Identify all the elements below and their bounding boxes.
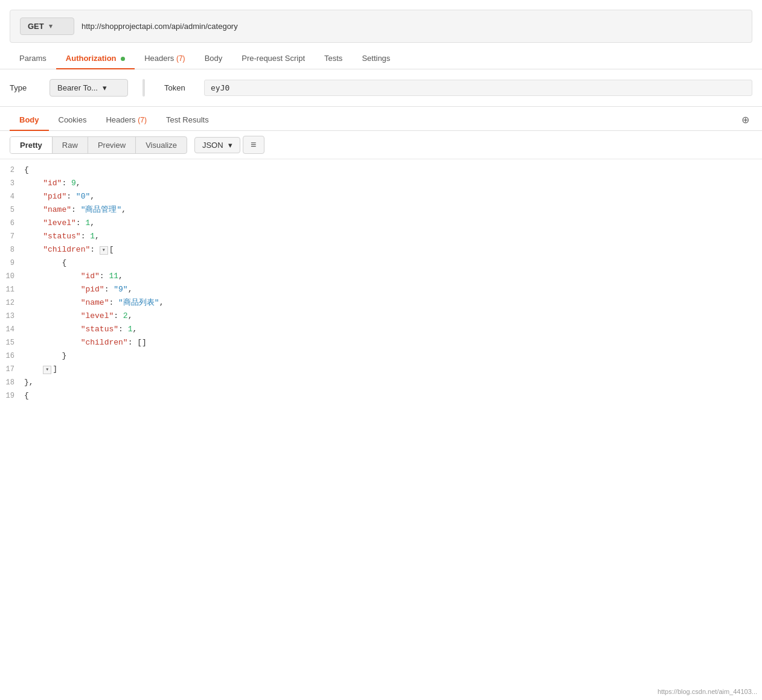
line-num-11: 11 bbox=[0, 284, 24, 296]
line-num-19: 19 bbox=[0, 390, 24, 402]
line-num-8: 8 bbox=[0, 244, 24, 256]
code-line-9: 9 { bbox=[0, 257, 762, 270]
code-line-16: 16 } bbox=[0, 350, 762, 363]
code-line-18: 18 }, bbox=[0, 377, 762, 390]
code-line-10: 10 "id": 11, bbox=[0, 270, 762, 284]
line-num-7: 7 bbox=[0, 231, 24, 243]
token-input[interactable] bbox=[204, 80, 752, 96]
code-line-4: 4 "pid": "0", bbox=[0, 191, 762, 204]
auth-divider bbox=[142, 79, 145, 97]
method-selector[interactable]: GET ▾ bbox=[20, 18, 74, 35]
code-line-6: 6 "level": 1, bbox=[0, 217, 762, 231]
auth-type-label: Type bbox=[10, 83, 40, 92]
code-line-3: 3 "id": 9, bbox=[0, 177, 762, 191]
line-num-10: 10 bbox=[0, 270, 24, 282]
code-line-12: 12 "name": "商品列表", bbox=[0, 297, 762, 310]
token-label: Token bbox=[164, 83, 194, 92]
collapse-end[interactable]: ▾ bbox=[43, 366, 51, 374]
format-toolbar: Pretty Raw Preview Visualize JSON ▾ ≡ bbox=[0, 131, 762, 159]
line-num-13: 13 bbox=[0, 310, 24, 322]
tab-prerequest[interactable]: Pre-request Script bbox=[232, 48, 315, 69]
line-num-15: 15 bbox=[0, 337, 24, 349]
format-btn-pretty[interactable]: Pretty bbox=[10, 137, 52, 153]
response-tab-right: ⊕ bbox=[738, 113, 752, 127]
format-btn-raw[interactable]: Raw bbox=[53, 137, 88, 153]
response-tab-body[interactable]: Body bbox=[10, 109, 49, 130]
tab-body[interactable]: Body bbox=[195, 48, 232, 69]
tab-params[interactable]: Params bbox=[10, 48, 56, 69]
line-num-14: 14 bbox=[0, 323, 24, 336]
bearer-token-selector[interactable]: Bearer To... ▾ bbox=[50, 79, 128, 97]
url-input[interactable] bbox=[74, 18, 742, 34]
line-num-4: 4 bbox=[0, 191, 24, 203]
method-chevron: ▾ bbox=[49, 22, 53, 30]
tab-headers[interactable]: Headers (7) bbox=[135, 48, 194, 69]
response-tab-headers[interactable]: Headers (7) bbox=[96, 109, 156, 130]
bearer-token-label: Bearer To... bbox=[57, 83, 98, 92]
code-line-15: 15 "children": [] bbox=[0, 337, 762, 350]
filter-button[interactable]: ≡ bbox=[243, 136, 264, 154]
code-line-2: 2 { bbox=[0, 164, 762, 177]
response-tab-cookies[interactable]: Cookies bbox=[49, 109, 97, 130]
method-label: GET bbox=[28, 22, 44, 31]
globe-icon: ⊕ bbox=[738, 113, 752, 127]
format-btn-group: Pretty Raw Preview Visualize bbox=[10, 136, 187, 154]
code-line-13: 13 "level": 2, bbox=[0, 310, 762, 323]
tab-authorization[interactable]: Authorization bbox=[56, 48, 135, 69]
code-view: 2 { 3 "id": 9, 4 "pid": "0", 5 "name": "… bbox=[0, 159, 762, 408]
line-num-18: 18 bbox=[0, 377, 24, 389]
collapse-children[interactable]: ▾ bbox=[100, 246, 108, 255]
code-line-5: 5 "name": "商品管理", bbox=[0, 204, 762, 217]
response-tab-test-results[interactable]: Test Results bbox=[156, 109, 219, 130]
line-num-3: 3 bbox=[0, 177, 24, 189]
json-format-label: JSON bbox=[202, 141, 223, 150]
code-line-17: 17 ▾] bbox=[0, 363, 762, 377]
line-num-2: 2 bbox=[0, 164, 24, 176]
line-num-12: 12 bbox=[0, 297, 24, 309]
json-format-chevron: ▾ bbox=[228, 141, 232, 150]
tab-tests[interactable]: Tests bbox=[315, 48, 352, 69]
response-tabs: Body Cookies Headers (7) Test Results ⊕ bbox=[0, 109, 762, 131]
code-line-7: 7 "status": 1, bbox=[0, 231, 762, 244]
format-btn-visualize[interactable]: Visualize bbox=[136, 137, 187, 153]
json-format-selector[interactable]: JSON ▾ bbox=[194, 137, 240, 153]
line-num-6: 6 bbox=[0, 217, 24, 229]
code-line-8: 8 "children": ▾[ bbox=[0, 244, 762, 257]
url-bar: GET ▾ bbox=[10, 10, 752, 43]
code-line-19: 19 { bbox=[0, 390, 762, 403]
line-num-16: 16 bbox=[0, 350, 24, 362]
tab-settings[interactable]: Settings bbox=[352, 48, 400, 69]
auth-section: Type Bearer To... ▾ Token bbox=[0, 69, 762, 107]
authorization-dot bbox=[121, 57, 125, 61]
bearer-token-chevron: ▾ bbox=[103, 83, 107, 92]
line-num-9: 9 bbox=[0, 257, 24, 269]
line-num-5: 5 bbox=[0, 204, 24, 216]
code-line-14: 14 "status": 1, bbox=[0, 323, 762, 337]
code-line-11: 11 "pid": "9", bbox=[0, 284, 762, 297]
format-btn-preview[interactable]: Preview bbox=[88, 137, 135, 153]
request-tabs: Params Authorization Headers (7) Body Pr… bbox=[0, 48, 762, 69]
line-num-17: 17 bbox=[0, 363, 24, 375]
